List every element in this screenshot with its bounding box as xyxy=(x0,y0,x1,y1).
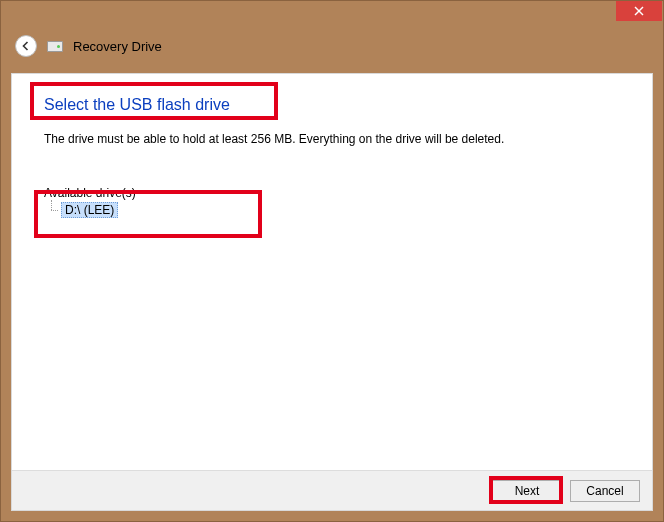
drive-item[interactable]: D:\ (LEE) xyxy=(61,202,118,218)
header-title: Recovery Drive xyxy=(73,39,162,54)
arrow-left-icon xyxy=(20,40,32,52)
available-drives-label: Available drive(s) xyxy=(44,186,254,200)
recovery-drive-window: Recovery Drive Select the USB flash driv… xyxy=(0,0,664,522)
page-description: The drive must be able to hold at least … xyxy=(44,132,624,146)
close-button[interactable] xyxy=(616,1,662,21)
drive-icon xyxy=(47,41,63,52)
titlebar xyxy=(1,1,663,27)
available-drives-section: Available drive(s) D:\ (LEE) xyxy=(44,186,254,218)
next-button[interactable]: Next xyxy=(492,480,562,502)
cancel-button[interactable]: Cancel xyxy=(570,480,640,502)
wizard-footer: Next Cancel xyxy=(12,470,652,510)
page-title: Select the USB flash drive xyxy=(44,96,624,114)
content-panel: Select the USB flash drive The drive mus… xyxy=(11,73,653,511)
back-button[interactable] xyxy=(15,35,37,57)
close-icon xyxy=(634,6,644,16)
tree-connector-icon xyxy=(48,204,58,216)
wizard-header: Recovery Drive xyxy=(1,27,663,71)
drive-list: D:\ (LEE) xyxy=(44,202,254,218)
